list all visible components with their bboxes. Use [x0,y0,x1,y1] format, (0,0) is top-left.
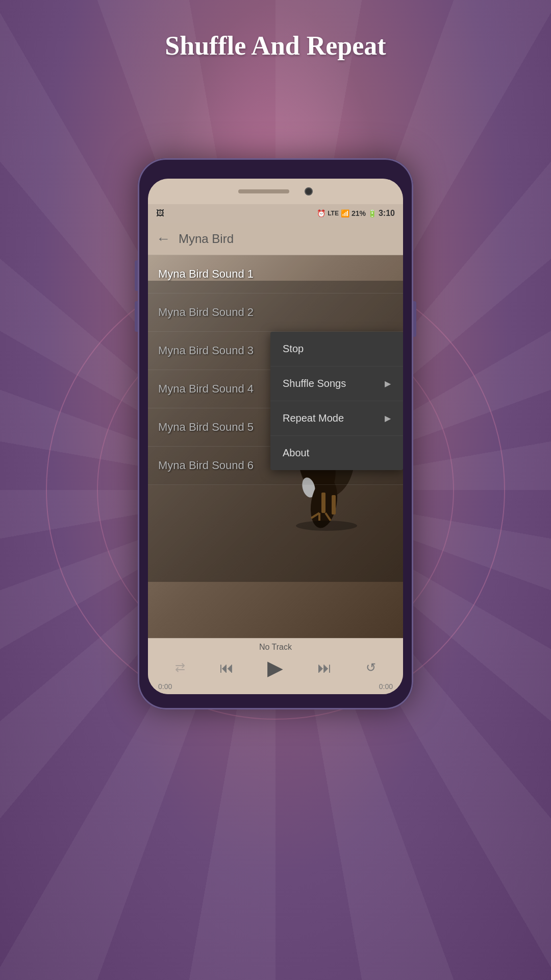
song-list: Myna Bird Sound 1 Myna Bird Sound 2 Myna… [148,255,403,638]
phone-screen: 🖼 ⏰ LTE 📶 21% 🔋 3:10 ← Myna Bird [148,179,403,694]
prev-button[interactable]: ⏮ [219,659,234,676]
phone-speaker [238,189,289,193]
battery-icon: 🔋 [368,209,377,217]
context-menu-overlay[interactable]: Stop Shuffle Songs ▶ Repeat Mode ▶ About [148,281,403,582]
phone-top-bar [148,179,403,204]
current-track-name: No Track [148,639,403,654]
page-title: Shuffle And Repeat [0,31,551,61]
status-icons: 🖼 [156,209,164,218]
app-header: ← Myna Bird [148,223,403,255]
phone-frame: 🖼 ⏰ LTE 📶 21% 🔋 3:10 ← Myna Bird [138,158,413,709]
power-button[interactable] [413,301,416,337]
back-button[interactable]: ← [156,231,170,247]
gallery-icon: 🖼 [156,209,164,218]
bottom-player: No Track ⇄ ⏮ ▶ ⏭ ↺ 0:00 0:00 [148,638,403,694]
menu-item-shuffle-songs[interactable]: Shuffle Songs ▶ [270,366,403,401]
next-button[interactable]: ⏭ [317,659,332,676]
play-button[interactable]: ▶ [267,656,283,679]
phone-camera [305,187,313,195]
volume-down-button[interactable] [135,301,138,332]
volume-up-button[interactable] [135,260,138,291]
shuffle-songs-arrow: ▶ [385,379,391,388]
repeat-mode-arrow: ▶ [385,413,391,423]
wifi-icon: 📶 [341,209,349,217]
lte-label: LTE [328,210,339,217]
time-start: 0:00 [158,682,172,691]
player-time: 0:00 0:00 [148,681,403,692]
menu-item-stop[interactable]: Stop [270,332,403,366]
repeat-button[interactable]: ↺ [366,660,376,675]
context-menu: Stop Shuffle Songs ▶ Repeat Mode ▶ About [270,332,403,470]
battery-percent: 21% [352,209,366,217]
menu-item-about[interactable]: About [270,436,403,470]
alarm-icon: ⏰ [317,209,325,217]
shuffle-button[interactable]: ⇄ [175,660,185,675]
status-bar: 🖼 ⏰ LTE 📶 21% 🔋 3:10 [148,204,403,223]
player-controls: ⇄ ⏮ ▶ ⏭ ↺ [148,654,403,681]
app-title: Myna Bird [179,232,234,246]
status-right: ⏰ LTE 📶 21% 🔋 3:10 [317,209,395,218]
menu-item-repeat-mode[interactable]: Repeat Mode ▶ [270,401,403,436]
time-end: 0:00 [379,682,393,691]
time-display: 3:10 [379,209,395,218]
